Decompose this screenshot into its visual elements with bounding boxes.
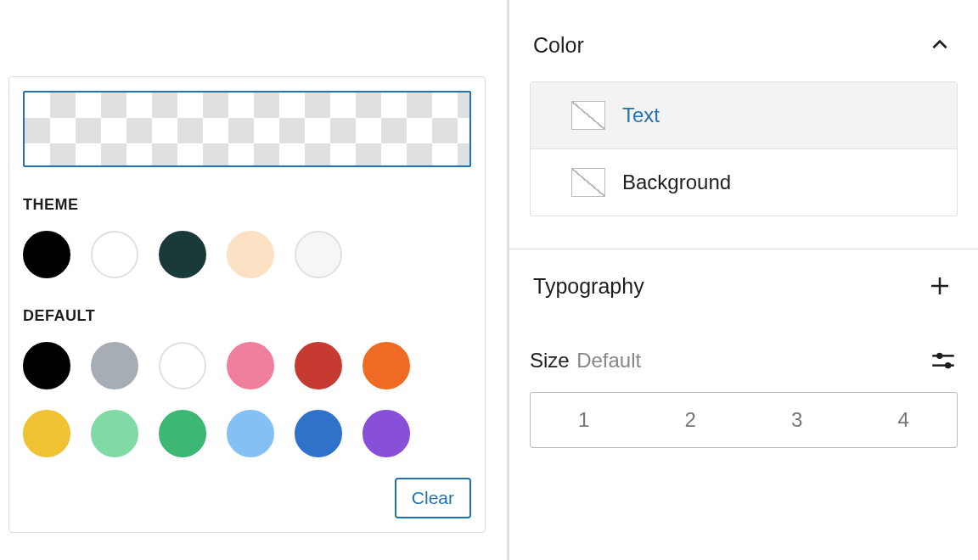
plus-icon[interactable]	[925, 272, 954, 300]
clear-button[interactable]: Clear	[395, 478, 471, 518]
svg-point-5	[945, 362, 951, 368]
default-swatch-2[interactable]	[159, 342, 206, 389]
typography-section-title: Typography	[533, 274, 644, 299]
default-swatch-3[interactable]	[227, 342, 274, 389]
size-option-4[interactable]: 4	[851, 393, 958, 447]
color-items-list: Text Background	[530, 81, 958, 216]
default-palette-label: DEFAULT	[23, 307, 471, 325]
current-color-preview[interactable]	[23, 91, 471, 167]
size-value: Default	[576, 349, 641, 372]
size-options: 1234	[530, 392, 958, 448]
settings-panel: Color Text Background Typography Size De…	[509, 0, 978, 560]
default-swatch-11[interactable]	[363, 410, 410, 457]
default-swatch-6[interactable]	[23, 410, 70, 457]
size-option-2[interactable]: 2	[638, 393, 745, 447]
default-swatch-7[interactable]	[91, 410, 138, 457]
size-option-1[interactable]: 1	[531, 393, 638, 447]
theme-swatch-2[interactable]	[159, 231, 206, 278]
text-color-indicator	[571, 101, 605, 130]
size-option-3[interactable]: 3	[744, 393, 851, 447]
color-section-title: Color	[533, 33, 584, 58]
color-item-background[interactable]: Background	[531, 148, 957, 216]
size-row: Size Default	[530, 346, 958, 375]
background-color-indicator	[571, 168, 605, 197]
background-color-label: Background	[622, 171, 731, 194]
text-color-label: Text	[622, 104, 660, 127]
theme-palette-label: THEME	[23, 196, 471, 214]
size-label: Size	[530, 349, 570, 372]
default-swatch-1[interactable]	[91, 342, 138, 389]
theme-swatch-row	[23, 231, 471, 278]
default-swatch-0[interactable]	[23, 342, 70, 389]
theme-swatch-1[interactable]	[91, 231, 138, 278]
color-section-header[interactable]: Color	[530, 8, 958, 81]
default-swatch-4[interactable]	[295, 342, 342, 389]
default-swatch-10[interactable]	[295, 410, 342, 457]
color-item-text[interactable]: Text	[531, 82, 957, 148]
default-swatch-8[interactable]	[159, 410, 206, 457]
color-picker-popover: THEME DEFAULT Clear	[8, 76, 486, 533]
typography-section-header[interactable]: Typography	[530, 249, 958, 322]
default-swatch-9[interactable]	[227, 410, 274, 457]
default-swatch-5[interactable]	[363, 342, 410, 389]
sliders-icon[interactable]	[929, 346, 958, 375]
svg-point-3	[936, 353, 942, 359]
theme-swatch-3[interactable]	[227, 231, 274, 278]
theme-swatch-4[interactable]	[295, 231, 342, 278]
default-swatch-row	[23, 342, 471, 457]
theme-swatch-0[interactable]	[23, 231, 70, 278]
chevron-up-icon	[925, 31, 954, 59]
